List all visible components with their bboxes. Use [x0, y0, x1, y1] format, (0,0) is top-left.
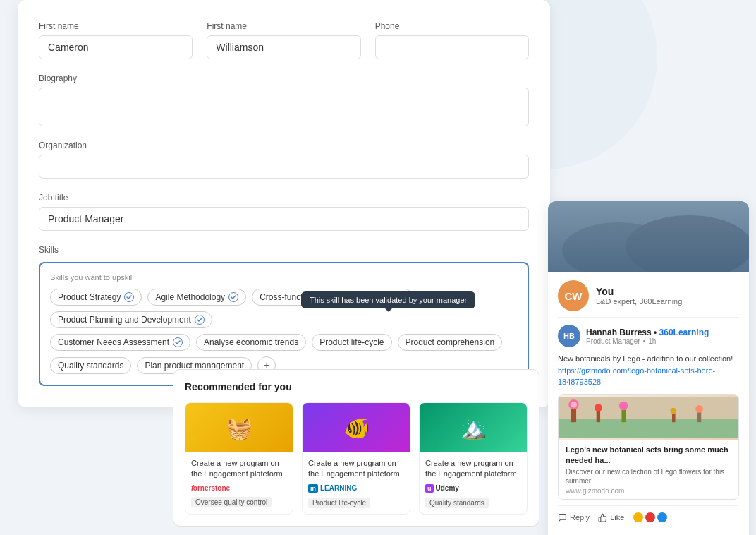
- social-role-label: L&D expert, 360Learning: [596, 297, 739, 306]
- reaction-like: [657, 512, 668, 523]
- validation-tooltip: This skill has been validated by your ma…: [301, 291, 475, 308]
- link-preview-domain: www.gizmodo.com: [566, 487, 731, 495]
- reply-button[interactable]: Reply: [558, 513, 590, 522]
- post-link[interactable]: https://gizmodo.com/lego-botanical-sets-…: [558, 366, 715, 387]
- link-preview-card[interactable]: Lego's new botanical sets bring some muc…: [558, 394, 739, 500]
- skill-tag-label: Customer Needs Assessment: [58, 337, 169, 347]
- post-area: HB Hannah Burress • 360Learning Product …: [548, 318, 749, 535]
- skill-tag-label: Quality standards: [58, 361, 123, 371]
- recommended-cards: 🧺 Create a new program on the Engagement…: [185, 402, 528, 515]
- rec-provider-1: fornerstone: [191, 484, 287, 492]
- recommended-title: Recommended for you: [185, 381, 528, 392]
- post-author-avatar: HB: [558, 325, 580, 347]
- first-name-label: First name: [39, 21, 193, 31]
- svg-point-9: [571, 401, 577, 407]
- post-actions: Reply Like: [558, 505, 739, 529]
- rec-card-3[interactable]: 🏔️ Create a new program on the Engagemen…: [419, 402, 528, 515]
- reaction-icons: [633, 512, 668, 523]
- rec-card-desc-3: Create a new program on the Engagement p…: [425, 458, 521, 480]
- skill-tag-agile[interactable]: Agile Methodology: [147, 289, 246, 306]
- link-preview-title: Lego's new botanical sets bring some muc…: [566, 445, 731, 467]
- first-name-input[interactable]: [39, 35, 193, 59]
- rec-provider-3: u Udemy: [425, 484, 521, 493]
- fish-icon: 🐠: [343, 416, 370, 440]
- skill-tag-label: Product Strategy: [58, 292, 121, 302]
- post-time: 1h: [648, 337, 656, 345]
- link-preview-image: [559, 395, 738, 440]
- biography-input[interactable]: [39, 88, 529, 126]
- organization-input[interactable]: [39, 155, 529, 179]
- biography-label: Biography: [39, 73, 529, 83]
- social-hero-image: [548, 201, 749, 272]
- reaction-star: [633, 512, 644, 523]
- social-profile-area: CW You L&D expert, 360Learning: [548, 272, 749, 317]
- rec-card-desc-2: Create a new program on the Engagement p…: [308, 458, 404, 480]
- skills-label: Skills: [39, 245, 529, 255]
- job-title-label: Job title: [39, 193, 529, 203]
- post-role: Product Manager: [586, 337, 640, 345]
- social-card: CW You L&D expert, 360Learning HB Hannah…: [548, 201, 749, 535]
- skill-tag-label: Product Planning and Development: [58, 315, 191, 325]
- svg-point-13: [619, 401, 628, 410]
- job-title-input[interactable]: [39, 207, 529, 231]
- skills-section: Skills you want to upskill This skill ha…: [39, 262, 529, 386]
- validated-check-icon: [124, 292, 134, 302]
- recommended-section: Recommended for you 🧺 Create a new progr…: [173, 369, 539, 527]
- skill-tag-quality[interactable]: Quality standards: [50, 357, 131, 374]
- last-name-label: First name: [207, 21, 360, 31]
- phone-input[interactable]: [375, 35, 529, 59]
- skill-tag-product-strategy[interactable]: Product Strategy: [50, 289, 142, 306]
- validated-check-icon: [173, 337, 183, 347]
- organization-label: Organization: [39, 140, 529, 150]
- rec-card-desc-1: Create a new program on the Engagement p…: [191, 458, 287, 480]
- skill-tag-comprehension[interactable]: Product comprehension: [398, 334, 503, 351]
- skill-tag-label: Product comprehension: [406, 337, 495, 347]
- rec-tag-2: Product life-cycle: [308, 498, 370, 508]
- skills-upskill-label: Skills you want to upskill: [50, 273, 518, 282]
- basket-icon: 🧺: [226, 416, 252, 440]
- svg-point-11: [595, 404, 602, 411]
- skill-tag-lifecycle[interactable]: Product life-cycle: [312, 334, 391, 351]
- post-author-name: Hannah Burress • 360Learning: [586, 327, 739, 337]
- like-button[interactable]: Like: [598, 513, 624, 522]
- social-you-label: You: [596, 286, 739, 297]
- skill-tag-label: Agile Methodology: [155, 292, 225, 302]
- svg-rect-6: [559, 419, 738, 438]
- rec-card-1[interactable]: 🧺 Create a new program on the Engagement…: [185, 402, 293, 515]
- svg-rect-14: [672, 412, 675, 421]
- phone-label: Phone: [375, 21, 529, 31]
- svg-point-17: [695, 405, 703, 413]
- validated-check-icon: [195, 315, 205, 325]
- skill-tag-economic[interactable]: Analyse economic trends: [196, 334, 306, 351]
- rec-provider-2: in LEARNING: [308, 484, 404, 493]
- skill-tag-label: Product life-cycle: [319, 337, 384, 347]
- svg-point-15: [670, 407, 676, 414]
- post-company-link[interactable]: 360Learning: [659, 327, 709, 337]
- reaction-heart: [645, 512, 656, 523]
- skill-tag-product-planning[interactable]: Product Planning and Development: [50, 311, 212, 328]
- svg-rect-12: [621, 408, 626, 422]
- rec-tag-1: Oversee quality control: [191, 497, 272, 507]
- skill-tag-customer-needs[interactable]: Customer Needs Assessment: [50, 334, 190, 351]
- last-name-input[interactable]: [207, 35, 360, 59]
- post-text: New botanicals by Lego - addition to our…: [558, 353, 739, 388]
- rec-card-2[interactable]: 🐠 Create a new program on the Engagement…: [302, 402, 410, 515]
- skill-tag-label: Analyse economic trends: [204, 337, 298, 347]
- profile-form-card: First name First name Phone Biography Or…: [18, 0, 550, 407]
- mountain-icon: 🏔️: [461, 416, 487, 440]
- link-preview-desc: Discover our new collection of Lego flow…: [566, 467, 731, 486]
- validated-check-icon: [228, 292, 238, 302]
- user-avatar: CW: [558, 280, 589, 311]
- rec-tag-3: Quality standards: [425, 498, 489, 508]
